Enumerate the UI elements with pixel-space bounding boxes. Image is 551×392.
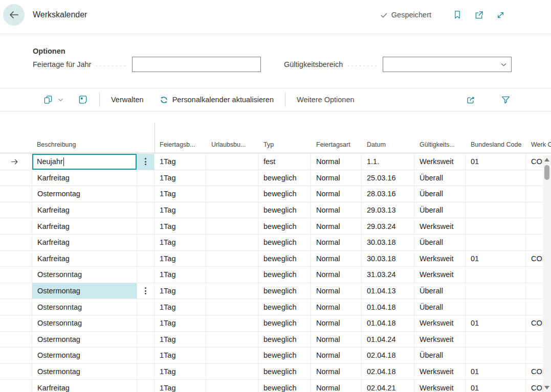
column-header-beschreibung[interactable]: Beschreibung — [32, 141, 137, 153]
cell-datum[interactable]: 02.04.21 — [362, 380, 414, 392]
gueltigkeitsbereich-select[interactable] — [383, 57, 512, 72]
cell-feiertagsb[interactable]: 1Tag — [155, 380, 206, 392]
cell-urlaubsbu[interactable] — [206, 154, 258, 170]
cell-gueltigkeit[interactable]: Werksweit — [414, 332, 466, 348]
cell-feiertagsb[interactable]: 1Tag — [155, 283, 206, 299]
cell-feiertagsb[interactable]: 1Tag — [155, 332, 206, 348]
cell-feiertagsb[interactable]: 1Tag — [155, 235, 206, 250]
cell-typ[interactable]: beweglich — [258, 235, 311, 250]
cell-feiertagsart[interactable]: Normal — [311, 348, 362, 363]
feiertage-jahr-input[interactable] — [132, 57, 261, 72]
cell-feiertagsart[interactable]: Normal — [311, 251, 362, 267]
cell-urlaubsbu[interactable] — [206, 170, 258, 186]
cell-datum[interactable]: 01.04.24 — [362, 332, 414, 348]
cell-bundesland[interactable] — [466, 348, 526, 363]
cell-feiertagsart[interactable]: Normal — [311, 364, 362, 380]
cell-typ[interactable]: fest — [258, 154, 311, 170]
cell-bundesland[interactable] — [466, 299, 526, 315]
cell-bundesland[interactable]: 01 — [466, 251, 526, 267]
cell-gueltigkeit[interactable]: Überall — [414, 202, 466, 218]
cell-feiertagsb[interactable]: 1Tag — [155, 267, 206, 283]
row-menu-button[interactable] — [137, 170, 155, 186]
cell-beschreibung[interactable]: Karfreitag — [32, 202, 137, 218]
column-header-urlaubsbu[interactable]: Urlaubsbu... — [206, 141, 258, 153]
cell-urlaubsbu[interactable] — [206, 315, 258, 331]
cell-bundesland[interactable]: 01 — [466, 364, 526, 380]
cell-typ[interactable]: beweglich — [258, 364, 311, 380]
cell-gueltigkeit[interactable]: Überall — [414, 186, 466, 202]
cell-typ[interactable]: beweglich — [258, 315, 311, 331]
column-header-gueltigkeits[interactable]: Gültigkeits... — [414, 141, 466, 153]
cell-feiertagsb[interactable]: 1Tag — [155, 202, 206, 218]
cell-beschreibung[interactable]: Ostersonntag — [32, 299, 137, 315]
cell-feiertagsb[interactable]: 1Tag — [155, 251, 206, 267]
cell-gueltigkeit[interactable]: Überall — [414, 170, 466, 186]
cell-feiertagsart[interactable]: Normal — [311, 315, 362, 331]
cell-typ[interactable]: beweglich — [258, 299, 311, 315]
cell-datum[interactable]: 01.04.18 — [362, 299, 414, 315]
cell-typ[interactable]: beweglich — [258, 283, 311, 299]
cell-urlaubsbu[interactable] — [206, 202, 258, 218]
cell-feiertagsart[interactable]: Normal — [311, 202, 362, 218]
cell-bundesland[interactable]: 01 — [466, 154, 526, 170]
cell-datum[interactable]: 31.03.24 — [362, 267, 414, 283]
cell-beschreibung[interactable]: Ostermontag — [32, 364, 137, 380]
cell-gueltigkeit[interactable]: Überall — [414, 299, 466, 315]
row-menu-button[interactable] — [137, 299, 155, 315]
row-menu-button[interactable] — [137, 267, 155, 283]
row-menu-button[interactable] — [137, 218, 155, 234]
row-menu-button[interactable] — [137, 380, 155, 392]
cell-feiertagsart[interactable]: Normal — [311, 154, 362, 170]
cell-beschreibung[interactable]: Karfreitag — [32, 235, 137, 250]
cell-gueltigkeit[interactable]: Überall — [414, 348, 466, 363]
refresh-personalkalender-button[interactable]: Personalkalender aktualisieren — [159, 95, 274, 105]
cell-feiertagsart[interactable]: Normal — [311, 283, 362, 299]
scrollbar-thumb[interactable] — [544, 165, 549, 180]
cell-gueltigkeit[interactable]: Werksweit — [414, 251, 466, 267]
cell-feiertagsb[interactable]: 1Tag — [155, 154, 206, 170]
cell-bundesland[interactable] — [466, 186, 526, 202]
cell-bundesland[interactable] — [466, 202, 526, 218]
cell-datum[interactable]: 30.03.18 — [362, 251, 414, 267]
bookmark-button[interactable] — [452, 9, 463, 20]
cell-typ[interactable]: beweglich — [258, 332, 311, 348]
cell-beschreibung[interactable]: Karfreitag — [32, 380, 137, 392]
cell-feiertagsart[interactable]: Normal — [311, 170, 362, 186]
cell-urlaubsbu[interactable] — [206, 267, 258, 283]
cell-beschreibung[interactable]: Ostermontag — [32, 186, 137, 202]
row-menu-button[interactable] — [137, 315, 155, 331]
cell-datum[interactable]: 28.03.16 — [362, 186, 414, 202]
cell-feiertagsb[interactable]: 1Tag — [155, 170, 206, 186]
cell-datum[interactable]: 1.1. — [362, 154, 414, 170]
cell-feiertagsart[interactable]: Normal — [311, 299, 362, 315]
column-header-feiertagsb[interactable]: Feiertagsb... — [155, 141, 206, 153]
cell-gueltigkeit[interactable]: Werksweit — [414, 218, 466, 234]
cell-gueltigkeit[interactable]: Überall — [414, 283, 466, 299]
cell-feiertagsart[interactable]: Normal — [311, 218, 362, 234]
cell-feiertagsart[interactable]: Normal — [311, 267, 362, 283]
cell-urlaubsbu[interactable] — [206, 299, 258, 315]
row-menu-button[interactable] — [137, 186, 155, 202]
documents-menu-button[interactable] — [43, 95, 64, 105]
cell-beschreibung[interactable]: Ostersonntag — [32, 315, 137, 331]
cell-typ[interactable]: beweglich — [258, 267, 311, 283]
cell-beschreibung[interactable]: Ostermontag — [32, 332, 137, 348]
cell-beschreibung[interactable]: Ostermontag — [32, 283, 137, 299]
cell-typ[interactable]: beweglich — [258, 202, 311, 218]
cell-gueltigkeit[interactable]: Werksweit — [414, 380, 466, 392]
cell-datum[interactable]: 29.03.24 — [362, 218, 414, 234]
row-menu-button[interactable] — [137, 202, 155, 218]
open-in-window-button[interactable] — [473, 9, 484, 20]
cell-feiertagsb[interactable]: 1Tag — [155, 299, 206, 315]
cell-bundesland[interactable] — [466, 332, 526, 348]
cell-datum[interactable]: 01.04.13 — [362, 283, 414, 299]
cell-feiertagsb[interactable]: 1Tag — [155, 348, 206, 363]
column-header-werk-code[interactable]: Werk Co — [526, 141, 551, 153]
cell-bundesland[interactable] — [466, 170, 526, 186]
cell-gueltigkeit[interactable]: Überall — [414, 235, 466, 250]
cell-feiertagsart[interactable]: Normal — [311, 380, 362, 392]
cell-beschreibung[interactable]: Karfreitag — [32, 218, 137, 234]
cell-gueltigkeit[interactable]: Werksweit — [414, 364, 466, 380]
cell-beschreibung[interactable]: Karfreitag — [32, 251, 137, 267]
expand-button[interactable] — [495, 9, 506, 20]
